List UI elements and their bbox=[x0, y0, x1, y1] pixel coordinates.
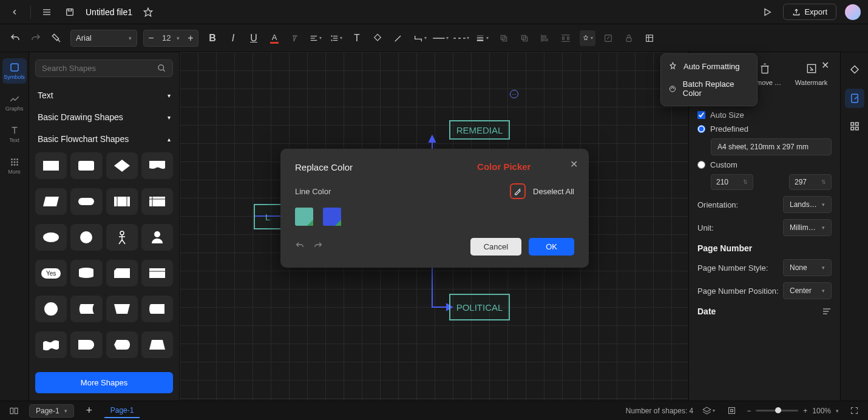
avatar[interactable] bbox=[845, 4, 861, 20]
add-page-button[interactable]: + bbox=[81, 403, 97, 419]
clear-format-icon[interactable] bbox=[287, 30, 303, 46]
zoom-in-button[interactable]: + bbox=[803, 407, 807, 415]
menu-batch-replace-color[interactable]: Batch Replace Color bbox=[661, 75, 757, 102]
file-title[interactable]: Untitled file1 bbox=[86, 7, 132, 17]
layers-icon[interactable] bbox=[700, 403, 716, 419]
auto-size-checkbox[interactable]: Auto Size bbox=[697, 110, 832, 120]
shape-display[interactable] bbox=[106, 331, 138, 358]
rail-symbols[interactable]: Symbols bbox=[2, 58, 27, 84]
zoom-slider[interactable] bbox=[756, 410, 798, 412]
width-input[interactable]: 210⇅ bbox=[711, 174, 753, 190]
connector-type-icon[interactable] bbox=[412, 30, 428, 46]
pn-pos-select[interactable]: Center▾ bbox=[783, 282, 832, 299]
fill-icon[interactable] bbox=[370, 30, 385, 46]
predefined-radio[interactable]: Predefined bbox=[697, 124, 832, 134]
date-collapse-icon[interactable] bbox=[822, 307, 832, 316]
shape-database[interactable] bbox=[70, 260, 102, 286]
front-icon[interactable] bbox=[496, 30, 512, 46]
fullscreen-icon[interactable] bbox=[846, 403, 862, 419]
custom-radio[interactable]: Custom bbox=[697, 160, 832, 169]
shape-delay[interactable] bbox=[70, 331, 102, 358]
shape-terminator[interactable] bbox=[70, 188, 102, 215]
save-icon[interactable] bbox=[63, 5, 77, 19]
play-icon[interactable] bbox=[760, 5, 775, 19]
distribute-icon[interactable] bbox=[558, 30, 574, 46]
line-width-icon[interactable] bbox=[474, 30, 490, 46]
auto-format-icon[interactable] bbox=[580, 30, 595, 46]
export-button[interactable]: Export bbox=[783, 4, 836, 20]
shape-predefined[interactable] bbox=[106, 188, 138, 215]
line-spacing-icon[interactable] bbox=[328, 30, 344, 46]
page-settings-icon[interactable] bbox=[845, 89, 864, 108]
modal-close-button[interactable]: ✕ bbox=[570, 158, 578, 170]
italic-icon[interactable]: I bbox=[225, 30, 241, 46]
search-input-field[interactable] bbox=[42, 64, 157, 73]
unit-select[interactable]: Millim…▾ bbox=[783, 219, 832, 236]
back-button[interactable] bbox=[7, 5, 22, 19]
shape-trapezoid[interactable] bbox=[141, 331, 173, 358]
color-picker-button[interactable]: Color Picker bbox=[510, 183, 526, 199]
deselect-all-button[interactable]: Deselect All bbox=[533, 187, 574, 196]
category-text[interactable]: Text ▾ bbox=[35, 84, 173, 106]
shape-subroutine[interactable] bbox=[141, 260, 173, 286]
pages-panel-icon[interactable] bbox=[6, 403, 22, 419]
increase-size-button[interactable]: + bbox=[183, 33, 198, 44]
bold-icon[interactable]: B bbox=[205, 30, 220, 46]
shape-rounded[interactable] bbox=[70, 152, 102, 179]
category-basic-flowchart[interactable]: Basic Flowchart Shapes ▴ bbox=[35, 128, 173, 150]
lock-icon[interactable] bbox=[621, 30, 637, 46]
zoom-control[interactable]: − + 100% ▾ bbox=[747, 407, 839, 415]
rail-text[interactable]: Text bbox=[2, 121, 27, 147]
format-painter-icon[interactable] bbox=[49, 30, 64, 46]
panel-close-button[interactable]: ✕ bbox=[821, 59, 829, 71]
rail-more[interactable]: More bbox=[2, 153, 27, 178]
rail-graphs[interactable]: Graphs bbox=[2, 90, 27, 115]
text-tool-icon[interactable]: T bbox=[349, 30, 365, 46]
align-objects-icon[interactable] bbox=[537, 30, 553, 46]
shape-ellipse[interactable] bbox=[35, 224, 67, 251]
shape-circle[interactable] bbox=[70, 224, 102, 251]
shape-actor[interactable] bbox=[106, 224, 138, 251]
shape-card[interactable] bbox=[106, 260, 138, 286]
shape-process[interactable] bbox=[35, 152, 67, 179]
auto-size-input[interactable] bbox=[697, 111, 705, 119]
zoom-out-button[interactable]: − bbox=[747, 407, 751, 415]
shape-stored-data[interactable] bbox=[70, 296, 102, 322]
line-dash-icon[interactable] bbox=[453, 30, 469, 46]
page-tab[interactable]: Page-1 bbox=[104, 404, 140, 418]
shape-yes-badge[interactable]: Yes bbox=[35, 260, 67, 286]
shape-connector-circle[interactable] bbox=[35, 296, 67, 322]
custom-input[interactable] bbox=[697, 161, 705, 169]
canvas-box-political[interactable]: POLITICAL bbox=[449, 294, 510, 320]
font-family-select[interactable]: Arial ▾ bbox=[70, 30, 137, 47]
canvas-box-partial[interactable]: L bbox=[254, 204, 282, 229]
page-select[interactable]: Page-1 ▾ bbox=[29, 404, 74, 418]
line-color-icon[interactable] bbox=[390, 30, 406, 46]
undo-icon[interactable] bbox=[7, 30, 23, 46]
shape-internal-storage[interactable] bbox=[141, 188, 173, 215]
more-shapes-button[interactable]: More Shapes bbox=[35, 372, 173, 393]
comment-marker-icon[interactable]: ··· bbox=[510, 90, 518, 98]
text-color-icon[interactable]: A bbox=[266, 30, 282, 46]
shape-direct-data[interactable] bbox=[141, 296, 173, 322]
align-icon[interactable] bbox=[308, 30, 324, 46]
redo-icon[interactable] bbox=[28, 30, 44, 46]
cancel-button[interactable]: Cancel bbox=[470, 238, 521, 256]
height-input[interactable]: 297⇅ bbox=[789, 174, 832, 190]
shape-wave[interactable] bbox=[35, 331, 67, 358]
star-icon[interactable] bbox=[141, 5, 155, 19]
search-shapes-input[interactable] bbox=[35, 59, 173, 77]
shape-parallelogram[interactable] bbox=[35, 188, 67, 215]
line-style-icon[interactable] bbox=[433, 30, 449, 46]
shape-decision[interactable] bbox=[106, 152, 138, 179]
color-swatch-teal[interactable] bbox=[295, 208, 313, 226]
shape-manual-op[interactable] bbox=[106, 296, 138, 322]
font-size-stepper[interactable]: − 12 ▾ + bbox=[143, 30, 198, 47]
menu-auto-formatting[interactable]: Auto Formatting bbox=[661, 58, 757, 75]
modal-undo-icon[interactable] bbox=[295, 241, 305, 253]
shape-document[interactable] bbox=[141, 152, 173, 179]
grid-icon[interactable] bbox=[845, 117, 864, 136]
modal-redo-icon[interactable] bbox=[313, 241, 323, 253]
theme-icon[interactable] bbox=[845, 61, 864, 80]
menu-icon[interactable] bbox=[39, 5, 54, 19]
